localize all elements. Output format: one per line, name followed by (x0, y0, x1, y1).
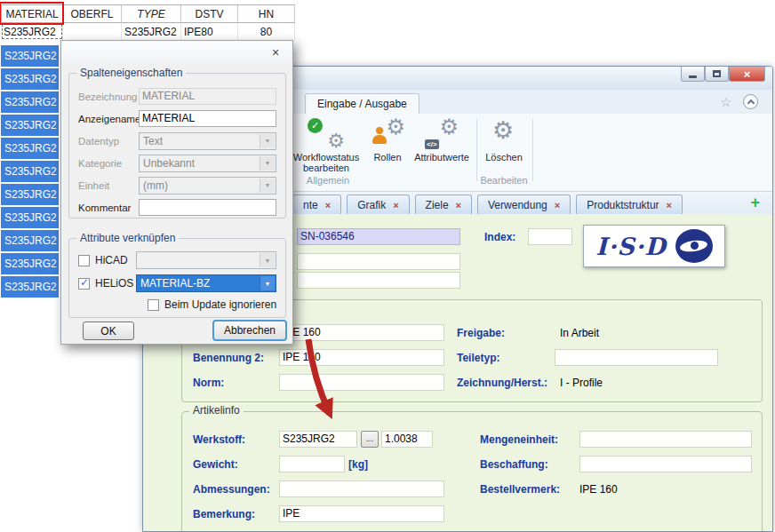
selected-cell[interactable]: S235JRG2 (1, 45, 59, 67)
hicad-checkbox[interactable] (78, 255, 90, 266)
attribute-verknuepfen-group: Attribute verknüpfen HiCAD ▼ ✓ HELiOS MA… (68, 238, 286, 318)
dialog-close-icon[interactable]: × (268, 45, 283, 60)
tab-close-icon[interactable]: × (456, 200, 461, 210)
index-label: Index: (484, 230, 515, 245)
bemerkung-field[interactable]: IPE (279, 505, 444, 522)
close-button[interactable]: × (729, 67, 765, 82)
teiletyp-label: Teiletyp: (457, 351, 499, 366)
loeschen-button[interactable]: ⚙ Löschen (479, 117, 529, 163)
dialog-titlebar[interactable]: × (61, 41, 292, 64)
grid-header-type[interactable]: TYPE (122, 4, 181, 23)
freigabe-label: Freigabe: (457, 326, 505, 341)
grid-header-oberfl[interactable]: OBERFL (63, 4, 122, 23)
grid-header-dstv[interactable]: DSTV (181, 4, 238, 23)
code-icon: </> (425, 139, 439, 149)
werkstoff-browse-button[interactable]: ... (361, 431, 379, 448)
ribbon-button-label: Rollen (367, 152, 408, 163)
ribbon-group-allgemein: Allgemein (292, 175, 364, 186)
grid-header-hn[interactable]: HN (238, 4, 295, 23)
workflowstatus-bearbeiten-button[interactable]: ⚙ ✓ Workflowstatus bearbeiten (289, 117, 364, 173)
selected-cell[interactable]: S235JRG2 (1, 138, 59, 159)
minimize-icon (689, 75, 697, 78)
tab-ziele[interactable]: Ziele× (415, 195, 472, 214)
update-ignore-checkbox[interactable] (148, 299, 159, 311)
form-field[interactable] (297, 253, 460, 270)
helios-attribute-select[interactable]: MATERIAL-BZ ▼ (136, 274, 276, 292)
gear-icon: ⚙ (439, 115, 459, 139)
rollen-button[interactable]: ⚙ Rollen (367, 117, 408, 163)
selected-cell[interactable]: S235JRG2 (1, 230, 59, 251)
isd-logo: I·S·D (583, 225, 725, 267)
selected-material-column: S235JRG2 S235JRG2 S235JRG2 S235JRG2 S235… (1, 45, 59, 299)
selected-cell[interactable]: S235JRG2 (1, 253, 59, 274)
norm-field[interactable] (279, 374, 444, 391)
grid-cell-type[interactable]: S235JRG2 (122, 23, 181, 40)
tab-close-icon[interactable]: × (325, 200, 331, 210)
gewicht-field[interactable] (279, 456, 345, 472)
teiletyp-field[interactable] (555, 349, 718, 366)
werkstoff-field[interactable]: S235JRG2 (279, 431, 357, 448)
grid-cell-material[interactable]: S235JRG2 (1, 23, 63, 40)
tab-close-icon[interactable]: × (667, 200, 672, 210)
benennung2-field[interactable]: IPE 160 (279, 349, 444, 366)
ribbon-tab-eingabe-ausgabe[interactable]: Eingabe / Ausgabe (305, 93, 419, 114)
zeichnung-label: Zeichnung/Herst.: (457, 376, 547, 391)
bemerkung-label: Bemerkung: (193, 507, 255, 522)
check-icon: ✓ (308, 118, 323, 133)
check-icon: ✓ (80, 276, 89, 289)
gewicht-label: Gewicht: (193, 457, 238, 472)
selected-cell[interactable]: S235JRG2 (1, 68, 59, 90)
beschaffung-field[interactable] (579, 456, 752, 472)
freigabe-value: In Arbeit (560, 326, 599, 341)
grid-cell-dstv[interactable]: IPE80 (181, 23, 238, 40)
attribute-grid: MATERIAL OBERFL TYPE DSTV HN S235JRG2 S2… (1, 4, 295, 40)
tab-close-icon[interactable]: × (555, 200, 560, 210)
tab-verwendung[interactable]: Verwendung× (477, 195, 571, 214)
selected-cell[interactable]: S235JRG2 (1, 207, 59, 228)
gear-icon: ⚙ (386, 115, 405, 139)
selected-cell[interactable]: S235JRG2 (1, 161, 59, 182)
attributwerte-button[interactable]: ⚙ </> Attributwerte (410, 117, 474, 163)
selected-cell[interactable]: S235JRG2 (1, 184, 59, 205)
form-field[interactable] (297, 272, 460, 289)
favorites-star-icon[interactable]: ☆ (720, 95, 731, 109)
benennung-field[interactable]: IPE 160 (279, 324, 444, 341)
chevron-down-icon: ▼ (260, 276, 275, 290)
selected-cell[interactable]: S235JRG2 (1, 91, 59, 113)
spalteneigenschaften-group: Spalteneigenschaften Bezeichnung MATERIA… (68, 73, 286, 218)
tab-grafik[interactable]: Grafik× (347, 195, 409, 214)
chevron-down-icon: ▼ (260, 179, 275, 193)
close-icon: × (744, 67, 751, 81)
selected-cell[interactable]: S235JRG2 (1, 115, 59, 136)
einheit-select: (mm) ▼ (139, 177, 276, 195)
mengeneinheit-field[interactable] (579, 431, 752, 448)
abmessungen-field[interactable] (279, 480, 444, 497)
index-field[interactable] (528, 228, 572, 245)
kommentar-input[interactable] (139, 199, 276, 216)
tab-label: nte (303, 199, 318, 211)
tab-nte[interactable]: nte× (292, 195, 341, 214)
tab-close-icon[interactable]: × (393, 200, 398, 210)
anzeigename-input[interactable]: MATERIAL (139, 110, 276, 127)
helios-label: HELiOS (95, 277, 136, 290)
benennung2-label: Benennung 2: (193, 351, 264, 366)
collapse-ribbon-button[interactable] (743, 94, 758, 109)
werkstoffnummer-field[interactable]: 1.0038 (381, 431, 433, 448)
maximize-button[interactable] (705, 67, 729, 82)
chevron-up-icon (747, 99, 754, 107)
group-title: Attribute verknüpfen (76, 232, 179, 244)
tab-produktstruktur[interactable]: Produktstruktur× (576, 195, 683, 214)
grid-cell-oberfl[interactable] (63, 23, 122, 40)
datentyp-select: Text ▼ (139, 132, 276, 150)
grid-cell-hn[interactable]: 80 (238, 23, 295, 40)
helios-checkbox[interactable]: ✓ (78, 278, 90, 290)
add-tab-icon[interactable]: + (750, 194, 760, 212)
sachnummer-field[interactable]: SN-036546 (297, 228, 460, 245)
isd-logo-text: I·S·D (595, 233, 666, 260)
minimize-button[interactable] (681, 67, 705, 82)
selected-cell[interactable]: S235JRG2 (1, 276, 59, 298)
norm-label: Norm: (193, 376, 224, 391)
ok-button[interactable]: OK (83, 322, 134, 340)
tab-label: Ziele (426, 199, 449, 211)
cancel-button[interactable]: Abbrechen (212, 320, 287, 341)
